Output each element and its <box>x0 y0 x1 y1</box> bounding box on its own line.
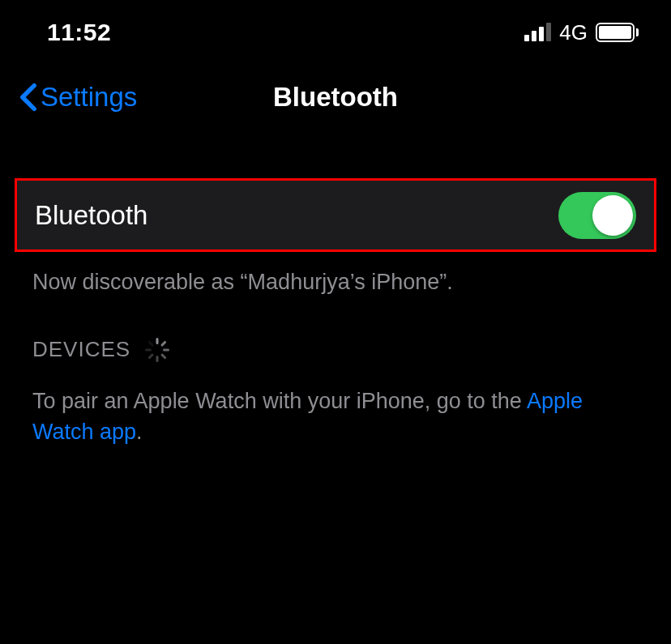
battery-icon <box>596 23 639 42</box>
bluetooth-toggle-row[interactable]: Bluetooth <box>17 181 654 249</box>
status-time: 11:52 <box>47 19 111 46</box>
back-button[interactable]: Settings <box>19 82 137 113</box>
back-label: Settings <box>41 82 137 113</box>
pair-hint-prefix: To pair an Apple Watch with your iPhone,… <box>32 389 527 413</box>
devices-label: DEVICES <box>32 337 130 362</box>
status-bar: 11:52 4G <box>0 0 671 65</box>
navigation-header: Settings Bluetooth <box>0 65 671 130</box>
network-type-label: 4G <box>559 20 588 45</box>
pair-hint-text: To pair an Apple Watch with your iPhone,… <box>0 370 671 464</box>
devices-section-header: DEVICES <box>0 313 671 370</box>
discoverable-text: Now discoverable as “Madhurjya’s iPhone”… <box>0 252 671 313</box>
status-right: 4G <box>524 20 639 45</box>
cellular-signal-icon <box>524 23 551 41</box>
loading-spinner-icon <box>145 338 169 362</box>
bluetooth-row-highlight: Bluetooth <box>15 178 656 252</box>
pair-hint-suffix: . <box>136 420 143 444</box>
bluetooth-toggle-label: Bluetooth <box>35 200 147 231</box>
content-area: Bluetooth Now discoverable as “Madhurjya… <box>0 130 671 464</box>
page-title: Bluetooth <box>273 82 398 113</box>
switch-knob <box>592 195 633 236</box>
bluetooth-switch[interactable] <box>558 192 636 239</box>
chevron-left-icon <box>19 83 37 112</box>
